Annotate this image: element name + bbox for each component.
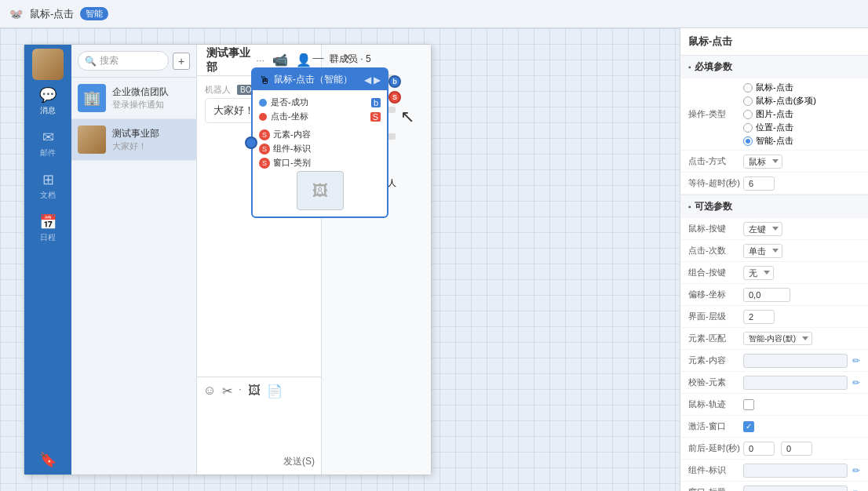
delay-input-1[interactable]: [743, 442, 775, 456]
mouse-key-select[interactable]: 左键: [743, 222, 782, 236]
window-controls: — □ ✕: [313, 51, 352, 64]
node-header-left: 🖱 鼠标-点击（智能）: [259, 73, 352, 86]
optional-label: 可选参数: [695, 200, 732, 213]
image-button[interactable]: 🖼: [248, 384, 261, 398]
click-times-select[interactable]: 单击: [743, 244, 782, 258]
output-port-b[interactable]: b: [388, 75, 401, 88]
required-toggle[interactable]: ▪: [688, 63, 691, 71]
node-input-port[interactable]: [245, 136, 257, 149]
search-box[interactable]: 🔍 搜索: [78, 51, 169, 71]
match-select[interactable]: 智能-内容(默): [743, 332, 812, 345]
timeout-row: 等待-超时(秒): [680, 173, 868, 195]
qywx-avatar: 🏢: [78, 84, 106, 112]
file-button[interactable]: 📄: [267, 384, 283, 398]
radio-smart-click-circle[interactable]: [743, 136, 753, 146]
window-title-edit-icon[interactable]: ✏: [852, 487, 860, 492]
param-badge-3: S: [259, 158, 270, 169]
main-area: 💬 消息 ✉ 邮件 ⊞ 文档 📅 日程 🔖: [0, 28, 868, 491]
radio-position-click-circle[interactable]: [743, 123, 753, 133]
chat-info-qywx: 企业微信团队 登录操作通知: [112, 85, 190, 111]
more-options-button[interactable]: ···: [256, 54, 264, 66]
content-input[interactable]: [743, 354, 848, 368]
verify-edit-icon[interactable]: ✏: [852, 377, 860, 388]
node-prev-arrow[interactable]: ◀: [364, 75, 371, 85]
delay-label: 前后-延时(秒): [688, 442, 743, 454]
optional-toggle[interactable]: ▪: [688, 202, 691, 211]
chat-item-qywx[interactable]: 🏢 企业微信团队 登录操作通知: [71, 78, 196, 119]
track-label: 鼠标-轨迹: [688, 398, 743, 410]
layer-label: 界面-层级: [688, 311, 743, 322]
required-label: 必填参数: [695, 60, 732, 74]
layer-row: 界面-层级: [680, 306, 868, 328]
nav-item-email[interactable]: ✉ 邮件: [24, 122, 71, 165]
send-row: 发送(S): [203, 453, 315, 468]
track-value: [743, 399, 860, 410]
robot-label: 机器人: [205, 84, 231, 96]
group-id-edit-icon[interactable]: ✏: [852, 465, 860, 476]
chat-name-test-dept: 测试事业部: [112, 127, 190, 140]
video-button[interactable]: 📹: [272, 53, 288, 67]
param-row-content: S 元素-内容: [259, 129, 381, 140]
nav-label-email: 邮件: [40, 147, 56, 158]
chat-title: 测试事业部: [206, 46, 256, 75]
radio-mouse-multi[interactable]: 鼠标-点击(多项): [743, 95, 816, 107]
node-next-arrow[interactable]: ▶: [374, 75, 381, 85]
node-mouse-icon: 🖱: [259, 74, 270, 86]
nav-label-messages: 消息: [40, 105, 56, 116]
radio-smart-click-dot: [746, 139, 750, 144]
close-button[interactable]: ✕: [343, 51, 352, 64]
radio-smart-click[interactable]: 智能-点击: [743, 135, 816, 147]
window-title-label: 窗口-标题: [688, 486, 743, 491]
dot-separator: ·: [239, 384, 241, 398]
combo-key-value: 无: [743, 266, 860, 280]
output-port-s[interactable]: S: [388, 91, 401, 104]
track-row: 鼠标-轨迹: [680, 394, 868, 416]
radio-smart-click-label: 智能-点击: [756, 135, 793, 147]
nav-bottom[interactable]: 🔖: [24, 445, 71, 475]
radio-position-click[interactable]: 位置-点击: [743, 122, 816, 133]
combo-key-select[interactable]: 无: [743, 266, 774, 280]
content-edit-icon[interactable]: ✏: [852, 355, 860, 366]
add-button[interactable]: +: [173, 53, 190, 70]
nav-item-calendar[interactable]: 📅 日程: [24, 207, 71, 249]
click-times-value: 单击: [743, 244, 860, 258]
offset-input[interactable]: [743, 288, 790, 302]
click-method-row: 点击-方式 鼠标: [680, 151, 868, 173]
mouse-icon: 🐭: [8, 6, 24, 22]
send-button[interactable]: 发送(S): [283, 456, 315, 467]
radio-mouse-click[interactable]: 鼠标-点击: [743, 82, 816, 93]
timeout-input[interactable]: [743, 176, 775, 191]
delay-value: [743, 442, 860, 456]
match-label: 元素-匹配: [688, 333, 743, 344]
radio-mouse-click-circle[interactable]: [743, 83, 753, 93]
param-row-component: S 组件-标识: [259, 143, 381, 155]
radio-image-click[interactable]: 图片-点击: [743, 108, 816, 120]
track-checkbox[interactable]: [743, 399, 754, 410]
timeout-value: [743, 176, 860, 191]
minimize-button[interactable]: —: [313, 51, 324, 64]
emoji-button[interactable]: ☺: [203, 384, 216, 398]
click-method-select[interactable]: 鼠标: [743, 155, 782, 169]
layer-input[interactable]: [743, 310, 775, 324]
action-type-label: 操作-类型: [688, 108, 743, 120]
verify-input[interactable]: [743, 376, 848, 390]
mouse-key-row: 鼠标-按键 左键: [680, 218, 868, 240]
nav-item-messages[interactable]: 💬 消息: [24, 80, 71, 122]
activate-checkbox[interactable]: ✓: [743, 421, 754, 432]
delay-input-2[interactable]: [781, 442, 812, 456]
chat-list-panel: 🔍 搜索 + 🏢 企业微信团队 登录操作通知 测试事业部: [71, 45, 197, 475]
group-id-label: 组件-标识: [688, 464, 743, 476]
chat-item-test-dept[interactable]: 测试事业部 大家好！: [71, 119, 196, 161]
output-b-label: 是否-成功: [271, 96, 308, 108]
group-id-input[interactable]: [743, 464, 848, 478]
chat-msg-qywx: 登录操作通知: [112, 99, 190, 111]
window-title-input[interactable]: [743, 486, 848, 492]
radio-image-click-circle[interactable]: [743, 110, 753, 119]
chat-input[interactable]: [203, 403, 315, 450]
nav-item-docs[interactable]: ⊞ 文档: [24, 165, 71, 207]
members-button[interactable]: 👤: [296, 53, 312, 67]
scissors-button[interactable]: ✂: [222, 384, 232, 398]
radio-mouse-multi-circle[interactable]: [743, 96, 753, 106]
maximize-button[interactable]: □: [330, 51, 337, 64]
nav-label-calendar: 日程: [40, 232, 56, 243]
